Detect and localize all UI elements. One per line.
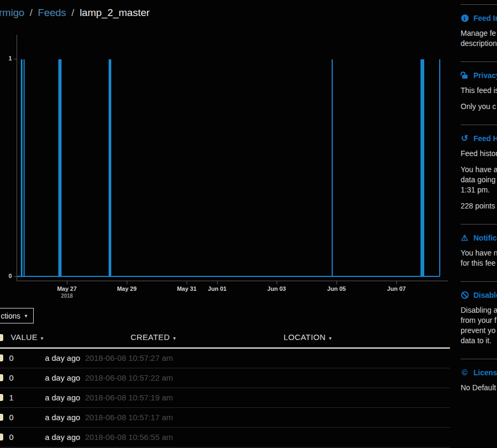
sidebar-text-line: Feed histor (461, 149, 497, 159)
chart-x-tick-label: Jun 05 (327, 285, 346, 292)
sidebar-heading-feed-info: iFeed In (461, 14, 497, 22)
chart-y-tick (14, 276, 17, 277)
chart-pulse-spike (420, 59, 424, 276)
sidebar-section-disabled: DisableDisabling afrom your fprevent yod… (461, 281, 497, 359)
sidebar-paragraph: You have nfor this fee (461, 248, 497, 268)
chart-x-tick-label: Jun 03 (267, 285, 286, 292)
row-checkbox[interactable] (0, 394, 3, 401)
table-row: 0a day ago2018-06-08 10:57:27 am (0, 349, 450, 368)
sidebar-text-line: 228 points (461, 201, 497, 211)
cell-created-relative: a day ago (45, 353, 80, 362)
breadcrumb-current-feed-name: lamp_2_master (80, 7, 150, 19)
sidebar-section-feed-history: ↺Feed HFeed historYou have adata going1:… (461, 125, 497, 224)
breadcrumb-separator: / (72, 7, 74, 19)
sort-caret-icon: ▾ (41, 335, 43, 341)
column-header-value[interactable]: VALUE▾ (11, 333, 44, 342)
table-row: 1a day ago2018-06-08 10:57:19 am (0, 388, 450, 408)
column-header-created-label: CREATED (131, 333, 170, 342)
select-all-checkbox[interactable] (0, 334, 3, 341)
chart-x-tick (217, 281, 218, 284)
cell-value: 0 (9, 432, 13, 442)
sidebar-text-line: Only you c (461, 102, 497, 112)
sidebar-heading-privacy: Privacy (461, 71, 497, 80)
column-header-value-label: VALUE (11, 333, 37, 342)
cell-created-relative: a day ago (45, 413, 80, 422)
sidebar-paragraph: This feed is (461, 86, 497, 96)
sidebar-text-line: data to it. (461, 336, 497, 346)
cell-created-relative: a day ago (45, 432, 80, 442)
sidebar-heading-label: Notifica (473, 234, 497, 242)
row-checkbox[interactable] (0, 434, 3, 441)
breadcrumb-separator: / (30, 7, 33, 19)
row-checkbox[interactable] (0, 414, 3, 421)
sort-caret-icon: ▾ (329, 335, 332, 341)
warning-triangle-icon: ⚠ (461, 234, 469, 242)
chart-pulse-spike (58, 59, 62, 276)
sidebar-paragraph: 228 points (461, 201, 497, 211)
feed-settings-sidebar: iFeed InManage fedescriptionPrivacyThis … (461, 4, 497, 406)
breadcrumb-link-feeds[interactable]: Feeds (38, 7, 66, 19)
table-row: 0a day ago2018-06-08 10:57:17 am (0, 408, 450, 428)
chart-baseline-series-line (17, 276, 440, 277)
sidebar-text-line: description (461, 38, 497, 49)
chart-x-tick-sublabel: 2018 (61, 293, 73, 299)
cell-created-timestamp: 2018-06-08 10:57:27 am (85, 353, 173, 362)
table-row: 0a day ago2018-06-08 10:56:55 am (0, 428, 450, 447)
actions-button-label: ctions (1, 312, 20, 320)
chart-x-tick (396, 281, 397, 284)
breadcrumb-link-username[interactable]: rmigo (0, 7, 25, 19)
cell-created-relative: a day ago (45, 393, 80, 402)
sidebar-heading-label: Feed In (473, 14, 497, 22)
chart-pulse-spike (332, 59, 333, 276)
column-header-created[interactable]: CREATED▾ (131, 333, 176, 342)
sidebar-paragraph: You have adata going1:31 pm. (461, 165, 497, 195)
sidebar-text-line: Disabling a (461, 305, 497, 315)
sidebar-paragraph: Manage fedescription (461, 28, 497, 49)
ban-icon (461, 291, 469, 299)
table-body: 0a day ago2018-06-08 10:57:27 am0a day a… (0, 349, 450, 447)
sidebar-heading-label: Feed H (473, 134, 497, 143)
cell-created-timestamp: 2018-06-08 10:57:19 am (85, 393, 173, 402)
chart-y-tick-label: 0 (2, 273, 12, 279)
sidebar-heading-notifications: ⚠Notifica (461, 234, 497, 242)
sidebar-section-notifications: ⚠NotificaYou have nfor this fee (461, 224, 497, 281)
column-header-location[interactable]: LOCATION▾ (284, 333, 332, 342)
chart-y-tick (14, 59, 17, 59)
row-checkbox[interactable] (0, 374, 3, 381)
chart-x-tick-label: May 29 (117, 285, 137, 292)
chart-pulse-spike (109, 59, 111, 276)
chart-x-tick-label: May 27 (57, 285, 77, 292)
sidebar-paragraph: Only you c (461, 102, 497, 112)
sidebar-text-line: prevent yo (461, 326, 497, 336)
row-checkbox[interactable] (0, 354, 3, 361)
sidebar-paragraph: Disabling afrom your fprevent yodata to … (461, 305, 497, 346)
sidebar-heading-label: Privacy (473, 71, 497, 80)
feed-detail-page: rmigo / Feeds / lamp_2_master 10May 2720… (0, 0, 497, 448)
chart-x-tick-label: Jun 07 (387, 285, 406, 292)
column-header-location-label: LOCATION (284, 333, 326, 342)
chart-x-tick-label: May 31 (177, 285, 197, 292)
chart-x-tick (337, 281, 337, 284)
cell-value: 1 (9, 393, 13, 402)
sidebar-text-line: Manage fe (461, 28, 497, 38)
cell-created-relative: a day ago (45, 373, 80, 382)
feed-history-chart: 10May 272018May 29May 31Jun 01Jun 03Jun … (0, 32, 460, 305)
chevron-down-icon: ▾ (25, 313, 27, 319)
cell-value: 0 (9, 353, 13, 362)
chart-pulse-spike (439, 59, 440, 276)
sidebar-heading-feed-history: ↺Feed H (461, 134, 497, 143)
cell-created-timestamp: 2018-06-08 10:57:17 am (85, 413, 173, 422)
chart-pulse-spike (21, 59, 22, 276)
breadcrumb: rmigo / Feeds / lamp_2_master (0, 7, 150, 19)
cell-value: 0 (9, 373, 13, 382)
chart-x-tick (67, 281, 67, 284)
chart-x-tick (277, 281, 277, 284)
chart-pulse-spike (24, 59, 25, 276)
sidebar-text-line: for this fee (461, 258, 497, 268)
sidebar-heading-disabled: Disable (461, 291, 497, 299)
sidebar-paragraph: Feed histor (461, 149, 497, 159)
sidebar-heading-license: ©License (461, 368, 497, 377)
sidebar-section-privacy: PrivacyThis feed isOnly you c (461, 61, 497, 125)
actions-dropdown-button[interactable]: ctions ▾ (0, 308, 34, 323)
sidebar-section-license: ©LicenseNo Default (461, 359, 497, 406)
